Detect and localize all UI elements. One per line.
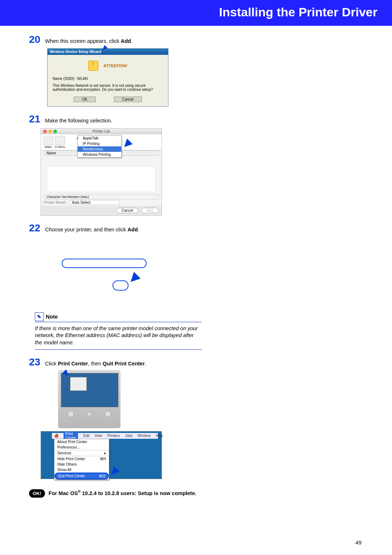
mac-titlebar: Printer List [41,129,162,134]
wizard-warning: This Wireless Network is not secure. It … [53,84,163,92]
print-center-dropdown: About Print Center Preferences… Services… [54,439,109,480]
printer-model-select[interactable]: Auto Select [69,200,120,205]
screenshot-printer-list: Printer List Make In Menu AppleTalk IP P… [41,128,203,216]
highlight-bubble [62,259,147,268]
printer-list-area[interactable] [47,166,156,192]
screenshot-choose-printer [47,237,168,306]
pointer-arrow-icon [62,369,71,378]
dd-appletalk[interactable]: AppleTalk [78,135,121,141]
screenshot-print-center-menu: 🍎 Print Center Edit View Printers Jobs W… [41,431,162,479]
step-20: 20 When this screen appears, click Add. [29,34,203,45]
menu-preferences[interactable]: Preferences… [54,445,109,450]
menu-quit[interactable]: Quit Print Center⌘Q [54,473,109,479]
dd-windows[interactable]: Windows Printing [78,152,121,157]
wizard-titlebar: Wireless Device Setup Wizard [48,49,168,55]
page-header: Installing the Printer Driver [0,0,392,26]
attention-icon [88,61,98,71]
step-21: 21 Make the following selection. [29,113,203,124]
menu-hide-others[interactable]: Hide Others [54,462,109,467]
completion-row: OK! For Mac OS® 10.2.4 to 10.2.8 users: … [29,489,203,498]
attention-label: ATTENTION! [103,64,127,68]
dd-ip[interactable]: IP Printing [78,141,121,146]
apple-menu-icon[interactable]: 🍎 [54,434,58,438]
menu-jobs[interactable]: Jobs [125,434,132,438]
menu-hide[interactable]: Hide Print Center⌘H [54,456,109,462]
ok-button[interactable]: OK [74,97,95,102]
note-text: If there is more than one of the same pr… [35,324,202,349]
make-default-icon[interactable] [43,136,53,145]
pointer-arrow-icon [101,45,107,52]
charset-row: Character Set:Western (Mac) [44,194,159,199]
pointer-arrow-icon [108,466,119,477]
ssid-line: Name (SSID) : WLAN [53,77,163,81]
menu-printers[interactable]: Printers [107,434,120,438]
note-box: ✎ Note If there is more than one of the … [35,312,202,350]
add-printer-icon[interactable] [55,136,65,145]
menu-show-all[interactable]: Show All [54,467,109,473]
mac-toolbar: Make In Menu AppleTalk IP Printing Rende… [41,134,162,150]
step-number: 20 [29,34,45,45]
pointer-arrow-icon [127,272,141,285]
page-body: 20 When this screen appears, click Add. … [0,26,392,519]
cancel-button[interactable]: Cancel [116,208,138,213]
menu-edit[interactable]: Edit [83,434,89,438]
note-label: Note [46,313,58,320]
step-23: 23 Click Print Center, then Quit Print C… [29,356,203,367]
connection-dropdown[interactable]: AppleTalk IP Printing Rendezvous Windows… [77,135,122,158]
cancel-button[interactable]: Cancel [114,97,142,102]
screenshot-wizard: Wireless Device Setup Wizard ATTENTION! … [47,48,203,107]
menu-help[interactable]: Help [156,434,163,438]
note-icon: ✎ [35,312,44,321]
menu-services[interactable]: Services▸ [54,450,109,456]
ok-badge: OK! [29,489,45,498]
page-title: Installing the Printer Driver [219,5,377,19]
step-22: 22 Choose your printer, and then click A… [29,222,203,233]
menubar: 🍎 Print Center Edit View Printers Jobs W… [52,433,158,439]
step-text: When this screen appears, click Add. [45,34,132,45]
add-button[interactable]: Add [141,208,159,213]
menu-view[interactable]: View [94,434,102,438]
pointer-arrow-icon [121,138,132,150]
dd-rendezvous[interactable]: Rendezvous [78,146,121,152]
menu-about[interactable]: About Print Center [54,439,109,445]
monitor-graphic [58,370,121,428]
highlight-bubble [113,280,128,291]
menu-window[interactable]: Window [138,434,151,438]
completion-text: For Mac OS® 10.2.4 to 10.2.8 users: Setu… [49,489,196,497]
